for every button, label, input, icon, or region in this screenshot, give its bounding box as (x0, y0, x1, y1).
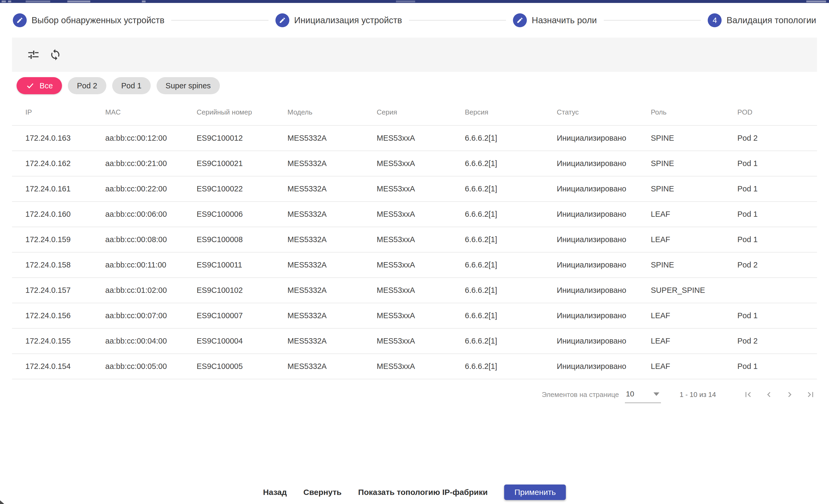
cell-model: MES5332A (287, 134, 377, 143)
step-assign-roles[interactable]: Назначить роли (513, 13, 597, 27)
items-per-page-select[interactable]: 10 (625, 390, 661, 403)
cell-role: SUPER_SPINE (651, 286, 737, 295)
chevron-left-icon (764, 389, 774, 400)
cell-role: LEAF (651, 362, 737, 371)
cell-ip: 172.24.0.162 (25, 159, 105, 168)
cell-serial: ES9C100022 (196, 185, 287, 193)
cell-model: MES5332A (287, 185, 377, 193)
next-page-button[interactable] (783, 388, 796, 401)
cell-serial: ES9C100102 (196, 286, 287, 295)
cell-mac: aa:bb:cc:00:07:00 (105, 311, 196, 320)
cell-serial: ES9C100008 (196, 235, 287, 244)
step-select-devices[interactable]: Выбор обнаруженных устройств (13, 13, 164, 27)
table-row[interactable]: 172.24.0.157 aa:bb:cc:01:02:00 ES9C10010… (12, 278, 817, 303)
back-button[interactable]: Назад (263, 488, 287, 497)
step-init-devices[interactable]: Инициализация устройств (276, 13, 402, 27)
chip-pod-1[interactable]: Pod 1 (112, 77, 151, 94)
collapse-button[interactable]: Свернуть (303, 488, 342, 497)
sync-refresh-button[interactable] (47, 46, 64, 63)
chip-super-spines[interactable]: Super spines (156, 77, 220, 94)
edit-pencil-icon (276, 13, 289, 27)
cell-pod: Pod 1 (737, 210, 817, 219)
devices-table: IP MAC Серийный номер Модель Серия Верси… (12, 99, 817, 379)
tune-filter-icon (27, 49, 40, 61)
table-row[interactable]: 172.24.0.161 aa:bb:cc:00:22:00 ES9C10002… (12, 177, 817, 202)
cell-ip: 172.24.0.155 (25, 337, 105, 345)
items-per-page-value: 10 (626, 390, 634, 398)
cell-ip: 172.24.0.154 (25, 362, 105, 371)
cell-status: Инициализировано (557, 261, 651, 269)
cell-model: MES5332A (287, 311, 377, 320)
col-ip: IP (25, 108, 105, 116)
cell-version: 6.6.6.2[1] (465, 337, 557, 345)
cell-role: SPINE (651, 185, 737, 193)
cell-model: MES5332A (287, 210, 377, 219)
cell-pod: Pod 1 (737, 185, 817, 193)
apply-button[interactable]: Применить (504, 484, 566, 500)
table-header-row: IP MAC Серийный номер Модель Серия Верси… (12, 99, 817, 126)
cell-status: Инициализировано (557, 235, 651, 244)
cell-role: SPINE (651, 134, 737, 143)
show-topology-button[interactable]: Показать топологию IP-фабрики (358, 488, 488, 497)
prev-page-button[interactable] (762, 388, 775, 401)
cell-mac: aa:bb:cc:00:22:00 (105, 185, 196, 193)
cell-series: MES53xxA (377, 362, 465, 371)
table-row[interactable]: 172.24.0.154 aa:bb:cc:00:05:00 ES9C10000… (12, 354, 817, 379)
chip-pod-2[interactable]: Pod 2 (68, 77, 106, 94)
col-model: Модель (287, 108, 377, 116)
cell-model: MES5332A (287, 159, 377, 168)
cell-role: SPINE (651, 261, 737, 269)
cell-ip: 172.24.0.163 (25, 134, 105, 143)
cell-version: 6.6.6.2[1] (465, 362, 557, 371)
first-page-button[interactable] (742, 388, 754, 401)
table-row[interactable]: 172.24.0.160 aa:bb:cc:00:06:00 ES9C10000… (12, 202, 817, 227)
tune-filter-button[interactable] (25, 46, 42, 63)
cell-pod: Pod 2 (737, 261, 817, 269)
cell-pod: Pod 1 (737, 362, 817, 371)
chip-label: Pod 1 (121, 81, 142, 90)
last-page-icon (805, 389, 816, 400)
table-row[interactable]: 172.24.0.155 aa:bb:cc:00:04:00 ES9C10000… (12, 328, 817, 354)
cell-series: MES53xxA (377, 261, 465, 269)
cell-role: LEAF (651, 311, 737, 320)
cell-series: MES53xxA (377, 286, 465, 295)
cell-role: SPINE (651, 159, 737, 168)
table-row[interactable]: 172.24.0.158 aa:bb:cc:00:11:00 ES9C10001… (12, 253, 817, 278)
cell-model: MES5332A (287, 235, 377, 244)
last-page-button[interactable] (804, 388, 817, 401)
chip-all[interactable]: Все (16, 77, 62, 94)
cell-version: 6.6.6.2[1] (465, 235, 557, 244)
table-row[interactable]: 172.24.0.156 aa:bb:cc:00:07:00 ES9C10000… (12, 303, 817, 328)
edit-pencil-icon (13, 13, 27, 27)
cell-version: 6.6.6.2[1] (465, 261, 557, 269)
cell-ip: 172.24.0.158 (25, 261, 105, 269)
wizard-actions: Назад Свернуть Показать топологию IP-фаб… (0, 484, 829, 501)
corner-artifact (0, 500, 4, 504)
cell-model: MES5332A (287, 261, 377, 269)
table-row[interactable]: 172.24.0.162 aa:bb:cc:00:21:00 ES9C10002… (12, 151, 817, 177)
chip-label: Super spines (166, 81, 211, 90)
cell-mac: aa:bb:cc:00:06:00 (105, 210, 196, 219)
cell-serial: ES9C100004 (196, 337, 287, 345)
step-validate-topology[interactable]: 4 Валидация топологии (708, 13, 816, 27)
cell-series: MES53xxA (377, 134, 465, 143)
page-range-label: 1 - 10 из 14 (680, 391, 716, 399)
cell-ip: 172.24.0.160 (25, 210, 105, 219)
cell-status: Инициализировано (557, 159, 651, 168)
pod-filter-chips: Все Pod 2 Pod 1 Super spines (16, 77, 220, 94)
cell-series: MES53xxA (377, 337, 465, 345)
table-row[interactable]: 172.24.0.159 aa:bb:cc:00:08:00 ES9C10000… (12, 227, 817, 253)
cell-status: Инициализировано (557, 362, 651, 371)
cell-pod: Pod 1 (737, 235, 817, 244)
cell-version: 6.6.6.2[1] (465, 210, 557, 219)
pagination-nav (742, 388, 817, 401)
cell-status: Инициализировано (557, 337, 651, 345)
cell-pod: Pod 1 (737, 159, 817, 168)
items-per-page-label: Элементов на странице (542, 391, 619, 399)
chevron-right-icon (785, 389, 795, 400)
table-toolbar (12, 38, 817, 72)
table-pagination: Элементов на странице 10 1 - 10 из 14 (12, 380, 817, 409)
table-row[interactable]: 172.24.0.163 aa:bb:cc:00:12:00 ES9C10001… (12, 126, 817, 151)
cell-mac: aa:bb:cc:00:05:00 (105, 362, 196, 371)
cell-version: 6.6.6.2[1] (465, 159, 557, 168)
